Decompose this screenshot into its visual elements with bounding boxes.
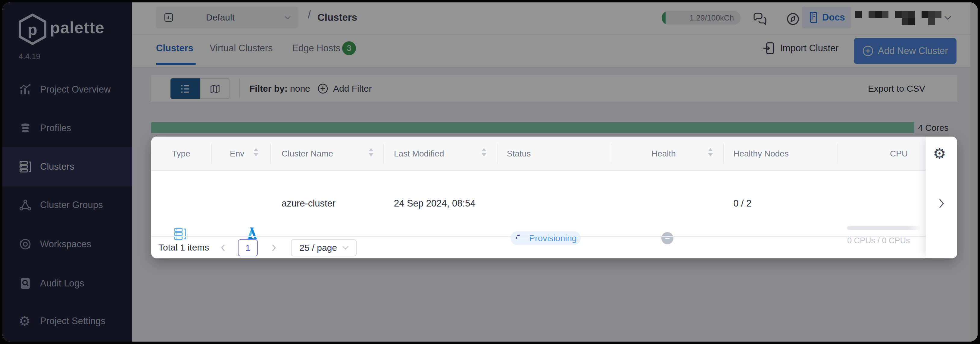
row-expand-chevron-icon[interactable] (938, 197, 945, 210)
previous-page-icon[interactable] (219, 243, 227, 252)
column-header-cluster-name[interactable]: Cluster Name (282, 137, 333, 171)
sort-icon[interactable] (254, 148, 258, 160)
current-page-button[interactable]: 1 (238, 239, 258, 256)
last-modified-cell: 24 Sep 2024, 08:54 (394, 171, 476, 236)
column-divider (211, 144, 212, 164)
clusters-table-card: Type Env Cluster Name Last Modified Stat… (151, 137, 957, 258)
column-divider (270, 144, 271, 164)
next-page-icon[interactable] (270, 243, 278, 252)
table-actions-column: ⚙ (926, 137, 957, 258)
column-header-type: Type (172, 137, 190, 171)
cluster-name-cell[interactable]: azure-cluster (282, 171, 336, 236)
column-header-healthy-nodes: Healthy Nodes (733, 137, 789, 171)
page-size-value: 25 / page (299, 240, 337, 256)
column-divider (838, 144, 838, 164)
column-divider (611, 144, 611, 164)
cpu-usage-bar (847, 226, 921, 230)
table-header (151, 137, 957, 171)
page-size-select[interactable]: 25 / page (291, 239, 356, 256)
sort-icon[interactable] (482, 148, 486, 160)
column-divider (723, 144, 724, 164)
column-divider (383, 144, 384, 164)
column-header-last-modified[interactable]: Last Modified (394, 137, 444, 171)
column-header-env[interactable]: Env (230, 137, 244, 171)
table-settings-gear-icon[interactable]: ⚙ (933, 145, 946, 162)
app-window: p palette 4.4.19 Project Overview Profil… (2, 2, 978, 342)
sort-icon[interactable] (708, 148, 712, 160)
sort-icon[interactable] (369, 148, 373, 160)
healthy-nodes-cell: 0 / 2 (733, 171, 751, 236)
chevron-down-icon (342, 245, 349, 251)
pagination-total: Total 1 items (158, 237, 209, 258)
column-header-health[interactable]: Health (651, 137, 676, 171)
pagination-bar: Total 1 items 1 25 / page (151, 236, 957, 258)
column-header-status: Status (507, 137, 531, 171)
column-header-cpu: CPU (890, 137, 908, 171)
column-divider (498, 144, 498, 164)
